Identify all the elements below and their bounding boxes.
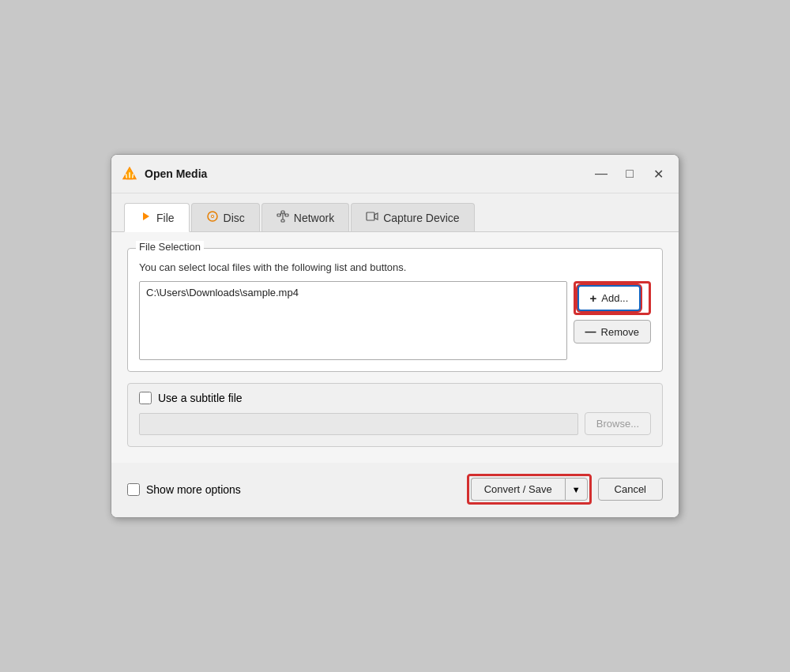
subtitle-browse-button: Browse... bbox=[585, 412, 651, 435]
tab-disc-label: Disc bbox=[224, 212, 245, 224]
svg-marker-19 bbox=[374, 213, 378, 220]
capture-tab-icon bbox=[366, 210, 378, 225]
show-more-checkbox[interactable] bbox=[127, 483, 140, 496]
svg-line-16 bbox=[284, 213, 285, 216]
remove-button-label: Remove bbox=[601, 326, 639, 338]
dropdown-arrow-icon: ▼ bbox=[572, 485, 581, 494]
file-selection-label: File Selection bbox=[136, 241, 204, 253]
tab-capture-label: Capture Device bbox=[383, 212, 460, 224]
convert-save-group: Convert / Save ▼ bbox=[471, 478, 588, 501]
file-list[interactable]: C:\Users\Downloads\sample.mp4 bbox=[139, 281, 567, 360]
subtitle-checkbox-row: Use a subtitle file bbox=[139, 392, 651, 404]
tab-disc[interactable]: Disc bbox=[191, 203, 260, 231]
file-input-row: C:\Users\Downloads\sample.mp4 + Add... —… bbox=[139, 281, 651, 360]
convert-save-highlight: Convert / Save ▼ bbox=[467, 474, 592, 505]
open-media-dialog: Open Media — □ ✕ File bbox=[111, 154, 679, 518]
file-path-text: C:\Users\Downloads\sample.mp4 bbox=[146, 287, 299, 298]
minus-icon: — bbox=[585, 325, 596, 338]
tab-content-file: File Selection You can select local file… bbox=[111, 232, 679, 463]
plus-icon: + bbox=[590, 291, 597, 305]
close-button[interactable]: ✕ bbox=[647, 163, 669, 185]
svg-line-6 bbox=[133, 174, 134, 178]
svg-rect-11 bbox=[277, 214, 280, 216]
convert-save-button[interactable]: Convert / Save bbox=[471, 478, 565, 501]
subtitle-file-input[interactable] bbox=[139, 413, 578, 435]
convert-save-label: Convert / Save bbox=[484, 483, 552, 495]
tab-bar: File Disc bbox=[111, 193, 679, 232]
titlebar: Open Media — □ ✕ bbox=[111, 155, 679, 193]
svg-line-4 bbox=[126, 174, 126, 178]
tab-capture[interactable]: Capture Device bbox=[351, 203, 475, 231]
network-tab-icon bbox=[276, 210, 289, 225]
convert-save-dropdown[interactable]: ▼ bbox=[565, 478, 588, 501]
file-selection-group: File Selection You can select local file… bbox=[127, 248, 663, 372]
subtitle-checkbox[interactable] bbox=[139, 392, 152, 404]
file-selection-description: You can select local files with the foll… bbox=[139, 261, 651, 273]
window-controls: — □ ✕ bbox=[590, 163, 669, 185]
cancel-button[interactable]: Cancel bbox=[598, 478, 663, 501]
svg-line-15 bbox=[280, 213, 281, 216]
svg-rect-14 bbox=[281, 220, 284, 222]
vlc-icon bbox=[121, 165, 138, 182]
subtitle-input-row: Browse... bbox=[139, 412, 651, 435]
disc-tab-icon bbox=[206, 210, 219, 225]
svg-rect-18 bbox=[367, 212, 374, 220]
svg-marker-7 bbox=[143, 212, 149, 220]
svg-rect-12 bbox=[281, 211, 284, 213]
subtitle-checkbox-label[interactable]: Use a subtitle file bbox=[158, 392, 243, 404]
show-more-label[interactable]: Show more options bbox=[146, 483, 241, 496]
tab-file-label: File bbox=[156, 212, 175, 224]
add-button[interactable]: + Add... bbox=[577, 285, 641, 311]
tab-network-label: Network bbox=[294, 212, 334, 224]
tab-network[interactable]: Network bbox=[261, 203, 349, 231]
minimize-button[interactable]: — bbox=[590, 163, 612, 185]
tab-file[interactable]: File bbox=[124, 203, 190, 232]
bottom-action-buttons: Convert / Save ▼ Cancel bbox=[467, 474, 663, 505]
svg-point-10 bbox=[212, 216, 213, 217]
show-more-row: Show more options bbox=[127, 483, 241, 496]
file-tab-icon bbox=[139, 210, 152, 225]
add-button-highlight: + Add... bbox=[574, 281, 651, 315]
remove-button[interactable]: — Remove bbox=[574, 320, 651, 344]
subtitle-browse-label: Browse... bbox=[596, 418, 639, 430]
window-title: Open Media bbox=[145, 167, 590, 180]
maximize-button[interactable]: □ bbox=[619, 163, 641, 185]
file-action-buttons: + Add... — Remove bbox=[574, 281, 651, 344]
subtitle-group: Use a subtitle file Browse... bbox=[127, 383, 663, 447]
svg-rect-13 bbox=[285, 214, 288, 216]
bottom-bar: Show more options Convert / Save ▼ Cance… bbox=[111, 463, 679, 517]
add-button-label: Add... bbox=[601, 292, 628, 304]
